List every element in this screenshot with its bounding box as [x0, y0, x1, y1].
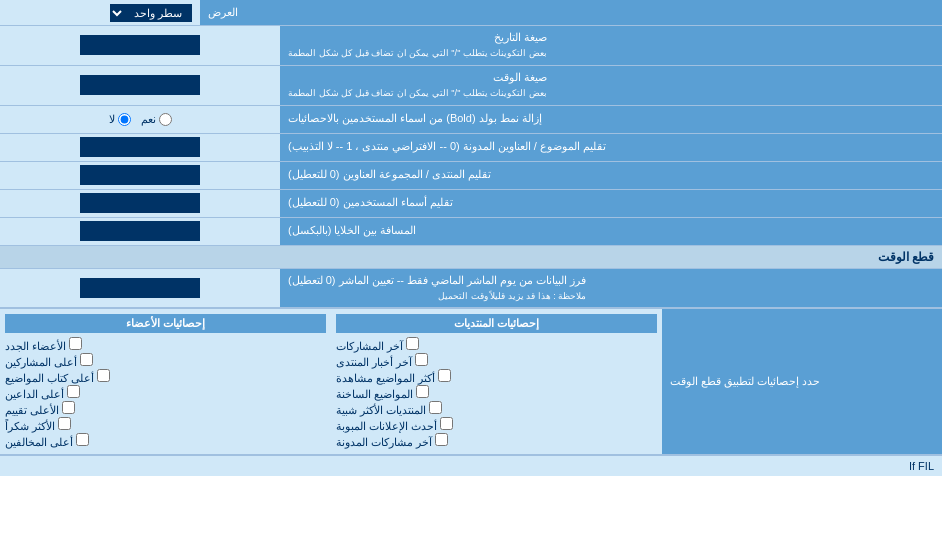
main-container: العرض سطر واحد سطرين ثلاثة أسطر صيغة الت…: [0, 0, 942, 476]
cell-spacing-input-cell: 2: [0, 218, 280, 245]
topic-subject-label: تقليم الموضوع / العناوين المدونة (0 -- ا…: [280, 134, 942, 161]
checkbox-top-rated[interactable]: [62, 401, 75, 414]
checkbox-hot-topics[interactable]: [416, 385, 429, 398]
checkbox-item: آخر مشاركات المدونة: [336, 433, 657, 449]
checkbox-item: أعلى كتاب المواضيع: [5, 369, 326, 385]
checkbox-item: أعلى الداعين: [5, 385, 326, 401]
checkbox-item: الأعضاء الجدد: [5, 337, 326, 353]
checkbox-item: الأعلى تقييم: [5, 401, 326, 417]
date-format-input-cell: d-m: [0, 26, 280, 65]
time-format-input[interactable]: H:i: [80, 75, 200, 95]
checkbox-top-violators[interactable]: [76, 433, 89, 446]
topic-subject-row: تقليم الموضوع / العناوين المدونة (0 -- ا…: [0, 134, 942, 162]
checkbox-item: آخر المشاركات: [336, 337, 657, 353]
checkbox-new-members[interactable]: [69, 337, 82, 350]
checkbox-blog-posts[interactable]: [435, 433, 448, 446]
forum-title-row: تقليم المنتدى / المجموعة العناوين (0 للت…: [0, 162, 942, 190]
checkbox-top-posters[interactable]: [80, 353, 93, 366]
checkbox-item: المنتديات الأكثر شبية: [336, 401, 657, 417]
topic-subject-input-cell: 33: [0, 134, 280, 161]
forum-title-input-cell: 33: [0, 162, 280, 189]
members-stats-header: إحصائيات الأعضاء: [5, 314, 326, 333]
checkbox-most-viewed[interactable]: [438, 369, 451, 382]
bold-yes-label[interactable]: نعم: [141, 113, 172, 126]
checkbox-top-inviters[interactable]: [67, 385, 80, 398]
username-trim-row: تقليم أسماء المستخدمين (0 للتعطيل) 0: [0, 190, 942, 218]
forum-stats-header: إحصائيات المنتديات: [336, 314, 657, 333]
time-format-input-cell: H:i: [0, 66, 280, 105]
checkbox-similar-forums[interactable]: [429, 401, 442, 414]
username-trim-label: تقليم أسماء المستخدمين (0 للتعطيل): [280, 190, 942, 217]
bottom-text: If FIL: [0, 455, 942, 476]
display-select[interactable]: سطر واحد سطرين ثلاثة أسطر: [110, 4, 192, 22]
checkbox-item: المواضيع الساخنة: [336, 385, 657, 401]
bold-no-label[interactable]: لا: [109, 113, 131, 126]
checkbox-most-thankful[interactable]: [58, 417, 71, 430]
display-row: العرض سطر واحد سطرين ثلاثة أسطر: [0, 0, 942, 26]
time-format-row: صيغة الوقتبعض التكوينات يتطلب "/" التي ي…: [0, 66, 942, 106]
checkboxes-container: حدد إحصائيات لتطبيق قطع الوقت إحصائيات ا…: [0, 309, 942, 455]
cut-time-header: قطع الوقت: [0, 246, 942, 269]
forum-title-input[interactable]: 33: [80, 165, 200, 185]
time-format-label: صيغة الوقتبعض التكوينات يتطلب "/" التي ي…: [280, 66, 942, 105]
cell-spacing-label: المسافة بين الخلايا (بالبكسل): [280, 218, 942, 245]
topic-subject-input[interactable]: 33: [80, 137, 200, 157]
cut-time-input-cell: 0: [0, 269, 280, 308]
checkbox-item: أحدث الإعلانات المبوبة: [336, 417, 657, 433]
checkbox-item: أكثر المواضيع مشاهدة: [336, 369, 657, 385]
bold-removal-row: إزالة نمط بولد (Bold) من اسماء المستخدمي…: [0, 106, 942, 134]
cut-time-label: فرز البيانات من يوم الماشر الماضي فقط --…: [280, 269, 942, 308]
display-input-cell: سطر واحد سطرين ثلاثة أسطر: [0, 0, 200, 25]
checkbox-top-topic-writers[interactable]: [97, 369, 110, 382]
checkbox-item: الأكثر شكراً: [5, 417, 326, 433]
checkbox-classified-ads[interactable]: [440, 417, 453, 430]
forum-stats-col: إحصائيات المنتديات آخر المشاركات آخر أخب…: [331, 309, 662, 454]
bold-yes-radio[interactable]: [159, 113, 172, 126]
checkbox-item: أعلى المشاركين: [5, 353, 326, 369]
date-format-input[interactable]: d-m: [80, 35, 200, 55]
bold-removal-label: إزالة نمط بولد (Bold) من اسماء المستخدمي…: [280, 106, 942, 133]
bold-removal-options: نعم لا: [0, 106, 280, 133]
checkbox-forum-news[interactable]: [415, 353, 428, 366]
cell-spacing-input[interactable]: 2: [80, 221, 200, 241]
username-trim-input[interactable]: 0: [80, 193, 200, 213]
date-format-row: صيغة التاريخبعض التكوينات يتطلب "/" التي…: [0, 26, 942, 66]
checkbox-item: آخر أخبار المنتدى: [336, 353, 657, 369]
cut-time-input[interactable]: 0: [80, 278, 200, 298]
display-label: العرض: [200, 0, 942, 25]
members-stats-col: إحصائيات الأعضاء الأعضاء الجدد أعلى المش…: [0, 309, 331, 454]
username-trim-input-cell: 0: [0, 190, 280, 217]
limit-label: حدد إحصائيات لتطبيق قطع الوقت: [662, 309, 942, 454]
bold-no-radio[interactable]: [118, 113, 131, 126]
cut-time-row: فرز البيانات من يوم الماشر الماضي فقط --…: [0, 269, 942, 309]
cut-time-section: قطع الوقت فرز البيانات من يوم الماشر الم…: [0, 246, 942, 310]
checkbox-last-posts[interactable]: [406, 337, 419, 350]
cell-spacing-row: المسافة بين الخلايا (بالبكسل) 2: [0, 218, 942, 246]
date-format-label: صيغة التاريخبعض التكوينات يتطلب "/" التي…: [280, 26, 942, 65]
checkbox-item: أعلى المخالفين: [5, 433, 326, 449]
forum-title-label: تقليم المنتدى / المجموعة العناوين (0 للت…: [280, 162, 942, 189]
